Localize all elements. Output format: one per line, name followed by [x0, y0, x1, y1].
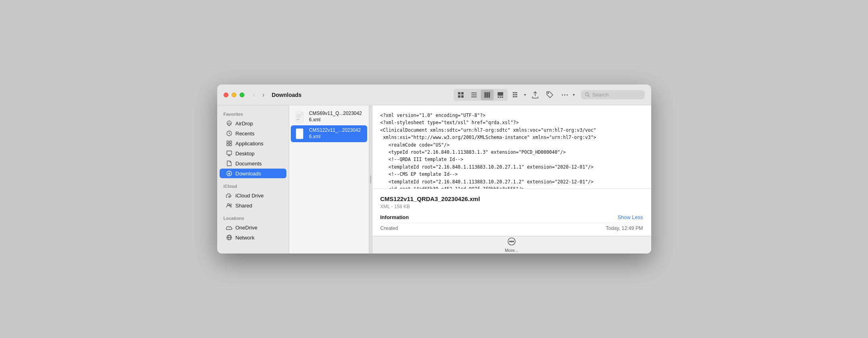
svg-rect-14	[513, 92, 514, 93]
svg-rect-34	[230, 144, 232, 146]
view-mode-group	[454, 89, 508, 101]
svg-point-23	[548, 93, 548, 94]
search-bar[interactable]	[581, 90, 645, 99]
view-icon-button[interactable]	[454, 90, 467, 100]
main-content: Favorites AirDrop	[217, 105, 651, 254]
file-info-header: Information Show Less	[380, 214, 643, 220]
file-info-panel: CMS122v11_QRDA3_20230426.xml XML - 158 K…	[372, 189, 651, 236]
xml-line-9: <!--CMS EP template Id-->	[380, 171, 643, 178]
file-item-1[interactable]: XML CMS69v11_Q...20230426.xml	[291, 109, 367, 125]
svg-rect-2	[458, 95, 460, 98]
svg-rect-10	[498, 92, 503, 96]
applications-icon	[226, 140, 232, 147]
file-size: 158 KB	[394, 204, 410, 209]
svg-rect-31	[227, 141, 229, 143]
sidebar-item-downloads[interactable]: Downloads	[220, 169, 286, 178]
actions-arrow-icon[interactable]: ▾	[572, 91, 576, 99]
svg-point-25	[564, 94, 565, 95]
xml-line-8: <templateId root="2.16.840.1.113883.10.2…	[380, 163, 643, 171]
xml-line-3: <ClinicalDocument xmlns:sdtc="urn:hl7-or…	[380, 127, 643, 134]
svg-point-54	[510, 241, 510, 242]
sidebar-recents-label: Recents	[236, 131, 255, 137]
toolbar-icons: ▾	[454, 89, 645, 101]
window-title: Downloads	[272, 92, 302, 98]
svg-rect-12	[500, 97, 501, 98]
xml-line-4: xmlns:xsi="http://www.w3.org/2001/XMLSch…	[380, 134, 643, 141]
created-label: Created	[380, 225, 398, 231]
titlebar: ‹ › Downloads	[217, 84, 651, 105]
search-input[interactable]	[592, 92, 640, 98]
resize-dot	[370, 175, 371, 183]
svg-point-29	[229, 125, 230, 126]
finder-window: ‹ › Downloads	[217, 84, 651, 254]
xml-line-11: <id root="4ad65b30-e452-11ed-997f-7f8bb5…	[380, 185, 643, 189]
sidebar-item-recents[interactable]: Recents	[220, 129, 286, 138]
svg-text:XML: XML	[297, 135, 300, 137]
sidebar-item-airdrop[interactable]: AirDrop	[220, 119, 286, 128]
file-info-name: CMS122v11_QRDA3_20230426.xml	[380, 195, 643, 202]
svg-rect-33	[227, 144, 229, 146]
svg-rect-9	[488, 92, 490, 98]
svg-rect-17	[513, 94, 514, 95]
sidebar-item-desktop[interactable]: Desktop	[220, 149, 286, 158]
file-name-1: CMS69v11_Q...20230426.xml	[309, 111, 363, 123]
shared-icon	[226, 202, 232, 209]
sidebar-documents-label: Documents	[236, 161, 262, 167]
svg-rect-18	[514, 94, 516, 95]
maximize-button[interactable]	[240, 93, 244, 97]
file-icon-1: XML	[295, 111, 306, 123]
svg-rect-7	[484, 92, 486, 98]
file-info-meta: XML - 158 KB	[380, 204, 643, 209]
resize-handle[interactable]	[369, 105, 372, 254]
search-icon	[585, 92, 590, 97]
svg-rect-51	[297, 133, 301, 133]
sidebar-item-documents[interactable]: Documents	[220, 159, 286, 168]
actions-group: ▾	[558, 90, 576, 100]
xml-content[interactable]: <?xml version="1.0" encoding="UTF-8"?> <…	[372, 105, 651, 189]
bottom-bar: More...	[372, 236, 651, 254]
file-item-2[interactable]: XML CMS122v11_...20230426.xml	[291, 125, 367, 142]
svg-rect-15	[514, 92, 516, 93]
sidebar-item-icloud-drive[interactable]: iCloud Drive	[220, 191, 286, 200]
close-button[interactable]	[224, 93, 228, 97]
tag-button[interactable]	[543, 89, 556, 100]
show-less-button[interactable]: Show Less	[618, 214, 643, 220]
share-button[interactable]	[529, 89, 542, 101]
xml-line-7: <!--QRDA III template Id-->	[380, 156, 643, 163]
view-gallery-button[interactable]	[494, 90, 507, 100]
minimize-button[interactable]	[232, 93, 236, 97]
svg-rect-35	[227, 151, 232, 155]
svg-rect-46	[297, 116, 301, 116]
more-button[interactable]: More...	[505, 237, 518, 253]
view-column-button[interactable]	[481, 90, 494, 100]
favorites-section-label: Favorites	[217, 109, 289, 118]
svg-point-26	[566, 94, 568, 95]
sidebar-applications-label: Applications	[236, 141, 264, 147]
nav-buttons: ‹ ›	[251, 91, 267, 99]
preview-pane: <?xml version="1.0" encoding="UTF-8"?> <…	[372, 105, 651, 254]
group-arrow-icon[interactable]: ▾	[523, 91, 527, 99]
file-name-2: CMS122v11_...20230426.xml	[309, 127, 363, 140]
svg-rect-22	[516, 96, 517, 97]
svg-point-56	[513, 241, 514, 242]
forward-button[interactable]: ›	[260, 91, 267, 99]
sidebar-item-network[interactable]: Network	[220, 233, 286, 242]
group-by-group: ▾	[509, 90, 527, 100]
file-icon-2: XML	[295, 127, 306, 140]
group-button[interactable]	[509, 90, 523, 100]
svg-rect-47	[297, 117, 301, 117]
xml-line-10: <templateId root="2.16.840.1.113883.10.2…	[380, 178, 643, 185]
back-button[interactable]: ‹	[251, 91, 258, 99]
svg-rect-3	[461, 95, 464, 98]
svg-rect-1	[461, 92, 464, 95]
more-actions-button[interactable]	[558, 90, 572, 100]
svg-rect-8	[486, 92, 488, 98]
svg-line-28	[588, 96, 590, 97]
svg-rect-5	[471, 95, 477, 95]
svg-point-27	[585, 93, 588, 96]
sidebar-item-shared[interactable]: Shared	[220, 201, 286, 210]
view-list-button[interactable]	[468, 90, 480, 100]
downloads-icon	[226, 170, 232, 177]
sidebar-item-applications[interactable]: Applications	[220, 139, 286, 148]
sidebar-item-onedrive[interactable]: OneDrive	[220, 223, 286, 232]
